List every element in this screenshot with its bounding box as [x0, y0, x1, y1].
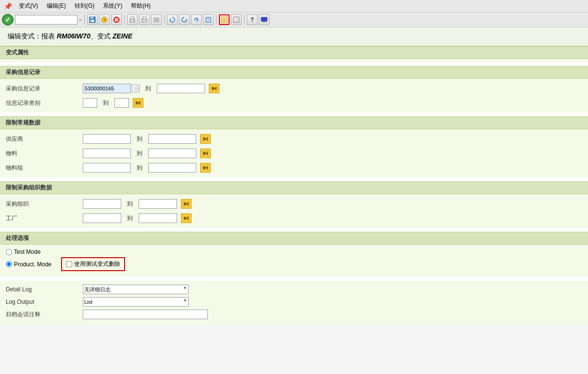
archive-label: 归档会话注释	[6, 311, 83, 319]
sep4	[216, 15, 217, 25]
section-restrict-general: 限制常规数据 供应商 到 物料 到	[0, 116, 588, 177]
restrict-org-body: 采购组织 到 工厂 到	[0, 194, 588, 228]
log-output-row: Log Output List ALV Grid	[6, 297, 582, 307]
purch-org-arrow-btn[interactable]	[181, 199, 192, 209]
svg-rect-19	[206, 17, 211, 22]
sep5	[244, 15, 244, 25]
print3-button[interactable]	[151, 14, 162, 25]
plant-from-input[interactable]	[83, 213, 121, 223]
product-mode-label: Product. Mode	[14, 261, 51, 268]
purchase-info-to-input[interactable]	[157, 84, 205, 93]
svg-rect-12	[143, 17, 146, 19]
monitor-button[interactable]	[259, 14, 269, 25]
svg-rect-10	[131, 20, 134, 22]
plant-to-input[interactable]	[139, 213, 177, 223]
detail-section: Detail Log 无详细日志 标准 详细 Log Output List A…	[0, 281, 588, 326]
info-category-arrow-btn[interactable]	[133, 98, 143, 108]
purchase-info-body: 采购信息记录 ⬜ 到 信息记录类别 到	[0, 79, 588, 112]
material-group-to-input[interactable]	[148, 163, 196, 173]
material-group-row: 物料组 到	[6, 162, 582, 174]
archive-input[interactable]	[83, 310, 208, 319]
purch-org-label: 采购组织	[6, 200, 83, 208]
material-label: 物料	[6, 150, 83, 158]
print-button[interactable]	[127, 14, 138, 25]
test-mode-row: Test Mode	[6, 249, 582, 255]
svg-text:⬜: ⬜	[234, 17, 239, 22]
page-title: 编辑变式：报表 RM06IW70、变式 ZEINE	[0, 27, 588, 46]
menu-app-icon[interactable]: 📌	[2, 1, 14, 11]
processing-body: Test Mode Product. Mode 使用测试变式删除	[0, 245, 588, 277]
special-btn2[interactable]: ⬜	[231, 14, 242, 25]
purch-org-from-input[interactable]	[83, 199, 121, 209]
save-button[interactable]	[87, 14, 98, 25]
log-output-label: Log Output	[6, 299, 83, 305]
to-label-2: 到	[103, 99, 109, 107]
material-group-from-input[interactable]	[83, 163, 131, 173]
delete-checkbox-container: 使用测试变式删除	[61, 257, 125, 271]
section-restrict-org: 限制采购组织数据 采购组织 到 工厂 到	[0, 181, 588, 228]
purch-org-to-input[interactable]	[139, 199, 177, 209]
info-category-from-input[interactable]	[83, 98, 97, 108]
delete-test-checkbox[interactable]	[66, 261, 72, 267]
svg-rect-24	[261, 17, 267, 21]
svg-text:V: V	[223, 18, 226, 22]
refresh3-button[interactable]	[191, 14, 202, 25]
print2-button[interactable]	[139, 14, 150, 25]
purchase-info-from-input[interactable]	[83, 84, 131, 93]
log-output-select-wrapper: List ALV Grid	[83, 297, 189, 307]
product-mode-row: Product. Mode 使用测试变式删除	[6, 257, 582, 271]
purch-org-row: 采购组织 到	[6, 198, 582, 210]
log-output-select[interactable]: List ALV Grid	[83, 297, 189, 307]
menu-zhuandao[interactable]: 转到(G)	[71, 1, 98, 11]
plant-to-label: 到	[127, 214, 133, 223]
command-input[interactable]	[15, 15, 77, 25]
menu-bianzhi[interactable]: 变式(V)	[15, 1, 42, 11]
sep3	[164, 15, 165, 25]
detail-log-label: Detail Log	[6, 286, 83, 293]
to-label-1: 到	[145, 85, 151, 93]
material-group-label: 物料组	[6, 164, 83, 172]
supplier-to-input[interactable]	[148, 134, 196, 144]
menu-bar: 📌 变式(V) 编辑(E) 转到(G) 系统(Y) 帮助(H)	[0, 0, 588, 12]
help-button[interactable]: ?	[247, 14, 257, 25]
supplier-arrow-btn[interactable]	[200, 134, 211, 144]
section-purchase-info: 采购信息记录 采购信息记录 ⬜ 到 信息记录类别 到	[0, 66, 588, 112]
svg-rect-1	[90, 17, 93, 19]
material-from-input[interactable]	[83, 149, 131, 158]
main-content: 编辑变式：报表 RM06IW70、变式 ZEINE 变式属性 采购信息记录 采购…	[0, 27, 588, 326]
purchase-info-copy-btn[interactable]: ⬜	[132, 85, 140, 92]
test-mode-label: Test Mode	[14, 249, 40, 255]
supplier-from-input[interactable]	[83, 134, 131, 144]
restrict-general-body: 供应商 到 物料 到 物料组	[0, 129, 588, 177]
supplier-to-label: 到	[137, 135, 142, 143]
sep1	[84, 15, 85, 25]
detail-log-select[interactable]: 无详细日志 标准 详细	[83, 285, 189, 294]
plant-arrow-btn[interactable]	[181, 213, 192, 223]
section-processing: 处理选项 Test Mode Product. Mode 使用测试变式删除	[0, 232, 588, 277]
material-arrow-btn[interactable]	[200, 149, 211, 158]
material-group-to-label: 到	[137, 164, 142, 172]
cmd-history-btn[interactable]: «	[79, 17, 82, 23]
back-button[interactable]	[99, 14, 110, 25]
test-mode-radio[interactable]	[6, 249, 12, 255]
refresh2-button[interactable]	[179, 14, 190, 25]
material-group-arrow-btn[interactable]	[200, 163, 211, 173]
toolbar: ✓ « V ⬜ ?	[0, 12, 588, 27]
product-mode-radio[interactable]	[6, 261, 12, 267]
detail-log-row: Detail Log 无详细日志 标准 详细	[6, 285, 582, 294]
plant-row: 工厂 到	[6, 212, 582, 224]
execute-button[interactable]: ✓	[2, 14, 13, 25]
menu-bangzhu[interactable]: 帮助(H)	[127, 1, 154, 11]
menu-xitong[interactable]: 系统(Y)	[99, 1, 126, 11]
supplier-label: 供应商	[6, 135, 83, 143]
menu-bianjie[interactable]: 编辑(E)	[43, 1, 70, 11]
refresh4-button[interactable]	[203, 14, 214, 25]
refresh-button[interactable]	[167, 14, 178, 25]
exit-button[interactable]	[111, 14, 122, 25]
info-category-to-input[interactable]	[115, 98, 129, 108]
material-to-input[interactable]	[148, 149, 196, 158]
purchase-info-arrow-btn[interactable]	[209, 84, 219, 93]
purchase-info-row-2: 信息记录类别 到	[6, 97, 582, 109]
special-btn1[interactable]: V	[219, 14, 230, 25]
svg-rect-13	[154, 18, 159, 22]
